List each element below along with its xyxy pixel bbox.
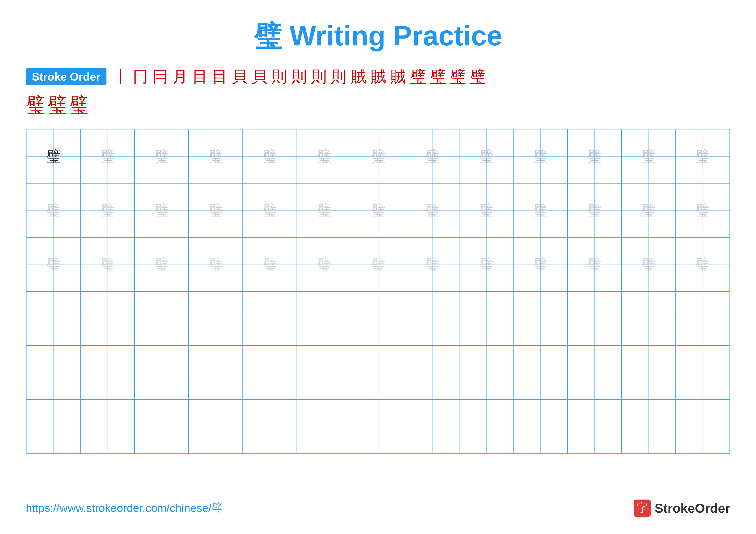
grid-cell-r2c12[interactable]: 璧	[622, 183, 676, 237]
practice-grid[interactable]: 璧 璧 璧 璧 璧 璧 璧 璧 璧 璧 璧 璧 璧 璧 璧 璧 璧 璧 璧 璧 …	[26, 129, 730, 454]
grid-cell-r5c11[interactable]	[567, 345, 622, 399]
grid-cell-r6c5[interactable]	[243, 399, 297, 454]
grid-cell-r3c5[interactable]: 璧	[243, 237, 297, 292]
grid-cell-r3c7[interactable]: 璧	[351, 237, 405, 292]
grid-cell-r2c5[interactable]: 璧	[243, 183, 297, 237]
grid-cell-r4c13[interactable]	[676, 292, 730, 345]
grid-cell-r2c13[interactable]: 璧	[676, 183, 730, 237]
grid-cell-r1c8[interactable]: 璧	[405, 129, 459, 183]
grid-cell-r1c12[interactable]: 璧	[622, 129, 676, 183]
grid-cell-r5c4[interactable]	[189, 345, 243, 399]
grid-cell-r4c5[interactable]	[243, 292, 297, 345]
grid-cell-r2c3[interactable]: 璧	[134, 183, 189, 237]
grid-cell-r5c10[interactable]	[513, 345, 567, 399]
grid-cell-r3c11[interactable]: 璧	[567, 237, 622, 292]
grid-cell-r3c2[interactable]: 璧	[80, 237, 134, 292]
grid-cell-r5c13[interactable]	[676, 345, 730, 399]
grid-cell-r2c8[interactable]: 璧	[405, 183, 459, 237]
grid-cell-r5c12[interactable]	[622, 345, 676, 399]
title-area: 璧 Writing Practice	[26, 17, 730, 55]
grid-cell-r2c7[interactable]: 璧	[351, 183, 405, 237]
grid-cell-r6c1[interactable]	[26, 399, 80, 454]
stroke-3: 冃	[152, 69, 168, 85]
grid-cell-r1c2[interactable]: 璧	[80, 129, 134, 183]
grid-cell-r3c1[interactable]: 璧	[26, 237, 80, 292]
grid-cell-r6c10[interactable]	[513, 399, 567, 454]
grid-cell-r2c4[interactable]: 璧	[189, 183, 243, 237]
stroke-18: 璧	[450, 69, 466, 85]
grid-cell-r6c6[interactable]	[297, 399, 351, 454]
grid-cell-r6c11[interactable]	[567, 399, 622, 454]
practice-char: 璧	[425, 149, 440, 164]
grid-cell-r2c2[interactable]: 璧	[80, 183, 134, 237]
practice-char: 璧	[46, 149, 61, 164]
grid-cell-r4c3[interactable]	[134, 292, 189, 345]
grid-cell-r6c13[interactable]	[676, 399, 730, 454]
stroke-chars: 丨 冂 冃 月 目 目 貝 貝 則 則 則 則 賊 賊 賊 璧 璧 璧 璧	[113, 69, 485, 85]
grid-cell-r1c3[interactable]: 璧	[134, 129, 189, 183]
practice-char: 璧	[641, 257, 656, 272]
grid-cell-r5c7[interactable]	[351, 345, 405, 399]
grid-cell-r1c5[interactable]: 璧	[243, 129, 297, 183]
grid-cell-r5c5[interactable]	[243, 345, 297, 399]
grid-cell-r1c4[interactable]: 璧	[189, 129, 243, 183]
grid-cell-r5c3[interactable]	[134, 345, 189, 399]
grid-cell-r3c9[interactable]: 璧	[459, 237, 513, 292]
stroke-11: 則	[311, 69, 327, 85]
grid-cell-r3c10[interactable]: 璧	[513, 237, 567, 292]
grid-cell-r1c10[interactable]: 璧	[513, 129, 567, 183]
practice-char: 璧	[100, 203, 115, 218]
grid-cell-r5c6[interactable]	[297, 345, 351, 399]
grid-cell-r3c8[interactable]: 璧	[405, 237, 459, 292]
grid-cell-r4c11[interactable]	[567, 292, 622, 345]
grid-cell-r6c12[interactable]	[622, 399, 676, 454]
practice-char: 璧	[316, 149, 331, 164]
practice-char: 璧	[533, 149, 548, 164]
title-chinese-char: 璧	[254, 20, 282, 51]
grid-cell-r1c6[interactable]: 璧	[297, 129, 351, 183]
grid-cell-r4c4[interactable]	[189, 292, 243, 345]
grid-cell-r3c3[interactable]: 璧	[134, 237, 189, 292]
grid-cell-r3c4[interactable]: 璧	[189, 237, 243, 292]
stroke-order-section: Stroke Order 丨 冂 冃 月 目 目 貝 貝 則 則 則 則 賊 賊…	[26, 68, 730, 85]
practice-char: 璧	[262, 257, 277, 272]
practice-char: 璧	[587, 149, 602, 164]
grid-cell-r3c13[interactable]: 璧	[676, 237, 730, 292]
grid-cell-r5c9[interactable]	[459, 345, 513, 399]
grid-cell-r6c7[interactable]	[351, 399, 405, 454]
grid-cell-r4c1[interactable]	[26, 292, 80, 345]
stroke-14: 賊	[371, 69, 386, 85]
grid-cell-r4c12[interactable]	[622, 292, 676, 345]
title-writing-practice: Writing Practice	[289, 20, 502, 51]
grid-cell-r6c4[interactable]	[189, 399, 243, 454]
grid-cell-r1c7[interactable]: 璧	[351, 129, 405, 183]
grid-cell-r4c9[interactable]	[459, 292, 513, 345]
footer-url[interactable]: https://www.strokeorder.com/chinese/璧	[26, 501, 223, 516]
grid-cell-r5c1[interactable]	[26, 345, 80, 399]
grid-cell-r1c9[interactable]: 璧	[459, 129, 513, 183]
grid-cell-r1c13[interactable]: 璧	[676, 129, 730, 183]
grid-cell-r6c9[interactable]	[459, 399, 513, 454]
grid-cell-r1c1[interactable]: 璧	[26, 129, 80, 183]
grid-cell-r4c10[interactable]	[513, 292, 567, 345]
grid-cell-r6c8[interactable]	[405, 399, 459, 454]
grid-cell-r3c12[interactable]: 璧	[622, 237, 676, 292]
grid-cell-r2c10[interactable]: 璧	[513, 183, 567, 237]
grid-cell-r1c11[interactable]: 璧	[567, 129, 622, 183]
stroke-10: 則	[291, 69, 307, 85]
practice-char: 璧	[533, 257, 548, 272]
grid-cell-r4c6[interactable]	[297, 292, 351, 345]
grid-cell-r6c3[interactable]	[134, 399, 189, 454]
grid-cell-r2c6[interactable]: 璧	[297, 183, 351, 237]
grid-cell-r4c8[interactable]	[405, 292, 459, 345]
grid-cell-r4c7[interactable]	[351, 292, 405, 345]
grid-cell-r2c9[interactable]: 璧	[459, 183, 513, 237]
grid-cell-r5c8[interactable]	[405, 345, 459, 399]
grid-cell-r3c6[interactable]: 璧	[297, 237, 351, 292]
grid-cell-r5c2[interactable]	[80, 345, 134, 399]
grid-cell-r6c2[interactable]	[80, 399, 134, 454]
grid-cell-r2c1[interactable]: 璧	[26, 183, 80, 237]
practice-char: 璧	[587, 203, 602, 218]
grid-cell-r2c11[interactable]: 璧	[567, 183, 622, 237]
grid-cell-r4c2[interactable]	[80, 292, 134, 345]
